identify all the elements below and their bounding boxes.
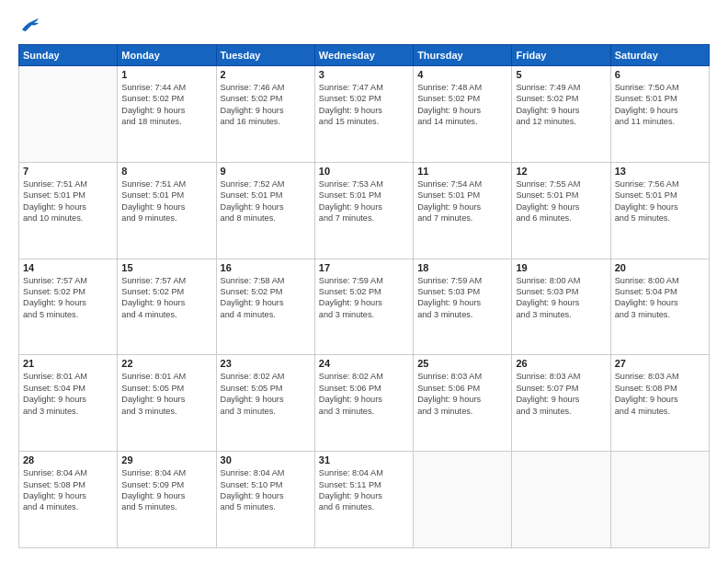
day-info: Sunrise: 8:04 AMSunset: 5:09 PMDaylight:… bbox=[121, 467, 211, 513]
day-info: Sunrise: 7:58 AMSunset: 5:02 PMDaylight:… bbox=[221, 275, 311, 321]
calendar-cell bbox=[610, 452, 709, 548]
day-info: Sunrise: 8:02 AMSunset: 5:05 PMDaylight:… bbox=[221, 371, 311, 417]
weekday-header: Saturday bbox=[610, 45, 709, 66]
day-number: 13 bbox=[615, 166, 705, 177]
calendar-cell: 19Sunrise: 8:00 AMSunset: 5:03 PMDayligh… bbox=[512, 259, 610, 355]
day-info: Sunrise: 7:53 AMSunset: 5:01 PMDaylight:… bbox=[319, 178, 409, 224]
day-info: Sunrise: 8:02 AMSunset: 5:06 PMDaylight:… bbox=[319, 371, 409, 417]
day-number: 8 bbox=[121, 166, 211, 177]
calendar-cell: 17Sunrise: 7:59 AMSunset: 5:02 PMDayligh… bbox=[314, 259, 413, 355]
day-number: 26 bbox=[516, 358, 606, 369]
calendar-cell: 6Sunrise: 7:50 AMSunset: 5:01 PMDaylight… bbox=[610, 66, 709, 163]
day-number: 14 bbox=[23, 262, 113, 273]
day-info: Sunrise: 7:44 AMSunset: 5:02 PMDaylight:… bbox=[121, 82, 211, 128]
header bbox=[18, 15, 710, 37]
day-info: Sunrise: 7:54 AMSunset: 5:01 PMDaylight:… bbox=[417, 178, 507, 224]
calendar-header: SundayMondayTuesdayWednesdayThursdayFrid… bbox=[19, 45, 710, 66]
day-info: Sunrise: 7:51 AMSunset: 5:01 PMDaylight:… bbox=[121, 178, 211, 224]
day-info: Sunrise: 7:52 AMSunset: 5:01 PMDaylight:… bbox=[221, 178, 311, 224]
day-number: 3 bbox=[319, 69, 409, 80]
calendar-cell: 7Sunrise: 7:51 AMSunset: 5:01 PMDaylight… bbox=[19, 162, 118, 259]
calendar-cell: 16Sunrise: 7:58 AMSunset: 5:02 PMDayligh… bbox=[216, 259, 314, 355]
day-number: 7 bbox=[23, 166, 113, 177]
calendar-cell: 9Sunrise: 7:52 AMSunset: 5:01 PMDaylight… bbox=[216, 162, 314, 259]
day-info: Sunrise: 8:04 AMSunset: 5:11 PMDaylight:… bbox=[319, 467, 409, 513]
weekday-header: Monday bbox=[118, 45, 216, 66]
day-number: 16 bbox=[221, 262, 311, 273]
day-number: 29 bbox=[121, 454, 211, 465]
calendar-cell: 22Sunrise: 8:01 AMSunset: 5:05 PMDayligh… bbox=[118, 355, 216, 452]
day-number: 21 bbox=[23, 358, 113, 369]
weekday-header: Sunday bbox=[19, 45, 118, 66]
day-info: Sunrise: 7:56 AMSunset: 5:01 PMDaylight:… bbox=[615, 178, 705, 224]
calendar-cell: 11Sunrise: 7:54 AMSunset: 5:01 PMDayligh… bbox=[414, 162, 512, 259]
day-info: Sunrise: 7:46 AMSunset: 5:02 PMDaylight:… bbox=[221, 82, 311, 128]
calendar-cell: 1Sunrise: 7:44 AMSunset: 5:02 PMDaylight… bbox=[118, 66, 216, 163]
day-info: Sunrise: 8:03 AMSunset: 5:08 PMDaylight:… bbox=[615, 371, 705, 417]
day-number: 17 bbox=[319, 262, 409, 273]
weekday-header: Wednesday bbox=[314, 45, 413, 66]
page: SundayMondayTuesdayWednesdayThursdayFrid… bbox=[0, 0, 728, 563]
calendar-cell bbox=[414, 452, 512, 548]
calendar-table: SundayMondayTuesdayWednesdayThursdayFrid… bbox=[18, 44, 710, 548]
day-number: 19 bbox=[516, 262, 606, 273]
calendar-cell: 28Sunrise: 8:04 AMSunset: 5:08 PMDayligh… bbox=[19, 452, 118, 548]
day-number: 27 bbox=[615, 358, 705, 369]
day-info: Sunrise: 8:03 AMSunset: 5:07 PMDaylight:… bbox=[516, 371, 606, 417]
day-info: Sunrise: 7:57 AMSunset: 5:02 PMDaylight:… bbox=[121, 275, 211, 321]
day-number: 12 bbox=[516, 166, 606, 177]
day-number: 6 bbox=[615, 69, 705, 80]
day-info: Sunrise: 8:01 AMSunset: 5:05 PMDaylight:… bbox=[121, 371, 211, 417]
day-number: 24 bbox=[319, 358, 409, 369]
calendar-cell: 18Sunrise: 7:59 AMSunset: 5:03 PMDayligh… bbox=[414, 259, 512, 355]
calendar-cell: 27Sunrise: 8:03 AMSunset: 5:08 PMDayligh… bbox=[610, 355, 709, 452]
calendar-cell: 29Sunrise: 8:04 AMSunset: 5:09 PMDayligh… bbox=[118, 452, 216, 548]
calendar-cell: 12Sunrise: 7:55 AMSunset: 5:01 PMDayligh… bbox=[512, 162, 610, 259]
day-info: Sunrise: 7:59 AMSunset: 5:02 PMDaylight:… bbox=[319, 275, 409, 321]
day-info: Sunrise: 8:00 AMSunset: 5:04 PMDaylight:… bbox=[615, 275, 705, 321]
day-info: Sunrise: 8:00 AMSunset: 5:03 PMDaylight:… bbox=[516, 275, 606, 321]
calendar-cell: 4Sunrise: 7:48 AMSunset: 5:02 PMDaylight… bbox=[414, 66, 512, 163]
calendar-cell: 26Sunrise: 8:03 AMSunset: 5:07 PMDayligh… bbox=[512, 355, 610, 452]
day-number: 30 bbox=[221, 454, 311, 465]
calendar-cell: 8Sunrise: 7:51 AMSunset: 5:01 PMDaylight… bbox=[118, 162, 216, 259]
day-info: Sunrise: 7:51 AMSunset: 5:01 PMDaylight:… bbox=[23, 178, 113, 224]
calendar-cell: 24Sunrise: 8:02 AMSunset: 5:06 PMDayligh… bbox=[314, 355, 413, 452]
day-number: 1 bbox=[121, 69, 211, 80]
day-number: 9 bbox=[221, 166, 311, 177]
calendar-cell: 13Sunrise: 7:56 AMSunset: 5:01 PMDayligh… bbox=[610, 162, 709, 259]
calendar-cell: 20Sunrise: 8:00 AMSunset: 5:04 PMDayligh… bbox=[610, 259, 709, 355]
day-number: 4 bbox=[417, 69, 507, 80]
day-info: Sunrise: 8:03 AMSunset: 5:06 PMDaylight:… bbox=[417, 371, 507, 417]
calendar-cell: 14Sunrise: 7:57 AMSunset: 5:02 PMDayligh… bbox=[19, 259, 118, 355]
day-number: 2 bbox=[221, 69, 311, 80]
calendar-cell bbox=[512, 452, 610, 548]
calendar-cell: 23Sunrise: 8:02 AMSunset: 5:05 PMDayligh… bbox=[216, 355, 314, 452]
calendar-cell: 30Sunrise: 8:04 AMSunset: 5:10 PMDayligh… bbox=[216, 452, 314, 548]
day-info: Sunrise: 8:01 AMSunset: 5:04 PMDaylight:… bbox=[23, 371, 113, 417]
calendar-cell: 15Sunrise: 7:57 AMSunset: 5:02 PMDayligh… bbox=[118, 259, 216, 355]
weekday-header: Tuesday bbox=[216, 45, 314, 66]
calendar-cell: 5Sunrise: 7:49 AMSunset: 5:02 PMDaylight… bbox=[512, 66, 610, 163]
day-number: 5 bbox=[516, 69, 606, 80]
day-number: 25 bbox=[417, 358, 507, 369]
day-info: Sunrise: 8:04 AMSunset: 5:08 PMDaylight:… bbox=[23, 467, 113, 513]
day-info: Sunrise: 7:59 AMSunset: 5:03 PMDaylight:… bbox=[417, 275, 507, 321]
day-info: Sunrise: 7:47 AMSunset: 5:02 PMDaylight:… bbox=[319, 82, 409, 128]
weekday-header: Thursday bbox=[414, 45, 512, 66]
day-info: Sunrise: 7:55 AMSunset: 5:01 PMDaylight:… bbox=[516, 178, 606, 224]
day-info: Sunrise: 7:48 AMSunset: 5:02 PMDaylight:… bbox=[417, 82, 507, 128]
day-info: Sunrise: 7:49 AMSunset: 5:02 PMDaylight:… bbox=[516, 82, 606, 128]
day-number: 23 bbox=[221, 358, 311, 369]
logo bbox=[18, 15, 44, 37]
calendar-cell: 2Sunrise: 7:46 AMSunset: 5:02 PMDaylight… bbox=[216, 66, 314, 163]
day-number: 11 bbox=[417, 166, 507, 177]
day-info: Sunrise: 8:04 AMSunset: 5:10 PMDaylight:… bbox=[221, 467, 311, 513]
day-info: Sunrise: 7:57 AMSunset: 5:02 PMDaylight:… bbox=[23, 275, 113, 321]
weekday-header: Friday bbox=[512, 45, 610, 66]
calendar-cell bbox=[19, 66, 118, 163]
calendar-cell: 21Sunrise: 8:01 AMSunset: 5:04 PMDayligh… bbox=[19, 355, 118, 452]
day-number: 18 bbox=[417, 262, 507, 273]
day-number: 10 bbox=[319, 166, 409, 177]
day-number: 20 bbox=[615, 262, 705, 273]
